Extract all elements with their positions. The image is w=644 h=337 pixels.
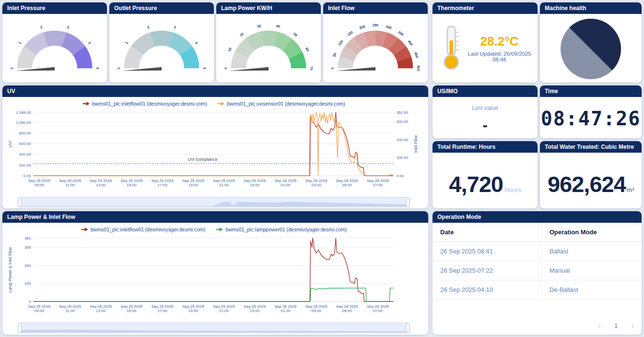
table-pagination: ‹ 1 ›	[598, 322, 634, 330]
gauge-card-title: Inlet Pressure	[2, 2, 107, 14]
column-header-operation-mode: Operation Mode	[541, 223, 642, 241]
thermometer-card: Thermometer 28.2°C Last Updated: 26/09/2…	[433, 2, 538, 83]
svg-text:Sep 25 202523:00: Sep 25 202523:00	[244, 179, 266, 187]
range-slider-left-handle[interactable]	[18, 323, 22, 333]
cell-date: 26 Sep 2025 04:10	[433, 280, 541, 299]
gauge-tick-label: 150	[347, 30, 354, 36]
cell-date: 26 Sep 2025 08:41	[433, 242, 541, 261]
svg-text:Sep 26 202505:00: Sep 26 202505:00	[336, 179, 358, 187]
total-runtime-value: 4,720	[449, 171, 503, 197]
svg-text:Sep 26 202505:00: Sep 26 202505:00	[336, 304, 358, 313]
thermometer-icon	[439, 24, 464, 72]
time-card: Time 08:47:26	[540, 85, 642, 138]
clock-value: 08:47:26	[540, 97, 642, 130]
svg-text:Sep 25 202511:00: Sep 25 202511:00	[59, 179, 81, 187]
range-slider-right-handle[interactable]	[406, 197, 410, 207]
lamp-power-legend: bwms01_plc:inletflow01 (desmivoyager.des…	[6, 225, 422, 234]
gauge-tick-label: 60	[304, 47, 310, 52]
svg-text:Sep 25 202519:00: Sep 25 202519:00	[182, 179, 204, 187]
total-runtime-card-title: Total Runtime: Hours	[433, 141, 538, 153]
svg-text:Sep 25 202523:00: Sep 25 202523:00	[244, 304, 266, 313]
gauge-card-lamp-power-kw-h: Lamp Power KW/H010203040506070	[216, 2, 321, 83]
gauge-tick-label: 50	[293, 31, 298, 37]
series-inletflow01	[34, 238, 394, 301]
uv-chart-card: UV bwms01_plc:inletflow01 (desmivoyager.…	[2, 85, 428, 208]
svg-text:600.00: 600.00	[19, 142, 31, 146]
uv-chart-range-slider[interactable]	[18, 196, 410, 208]
operation-mode-table: Date Operation Mode 26 Sep 2025 08:41Bal…	[433, 223, 642, 300]
us-imo-card-title: US/IMO	[433, 85, 538, 97]
svg-text:800.00: 800.00	[19, 131, 31, 135]
uvi-compliance-label: UVI Compliance	[187, 157, 217, 162]
svg-text:300.00: 300.00	[396, 120, 408, 124]
gauge-tick-label: 2	[147, 24, 150, 29]
operation-mode-card-title: Operation Mode	[433, 211, 642, 223]
gauge-tick-label: 3	[66, 24, 70, 29]
series-uvisensor01	[34, 112, 394, 176]
pagination-prev-icon[interactable]: ‹	[598, 322, 601, 330]
svg-text:Sep 26 202503:00: Sep 26 202503:00	[305, 304, 328, 313]
gauge-tick-label: 0	[223, 67, 228, 69]
lamp-power-chart-range-slider[interactable]	[18, 322, 410, 334]
gauge-tick-label: 400	[407, 39, 413, 46]
cell-date: 26 Sep 2025 07:22	[433, 261, 541, 280]
cell-operation-mode: Ballast	[541, 242, 642, 261]
svg-text:Sep 25 202519:00: Sep 25 202519:00	[182, 304, 204, 313]
gauge-tick-label: 5	[95, 67, 100, 69]
temperature-last-updated: Last Updated: 26/09/2025 08:46	[464, 51, 535, 62]
svg-text:100: 100	[24, 281, 31, 286]
range-slider-right-handle[interactable]	[406, 323, 410, 333]
svg-text:Sep 25 202515:00: Sep 25 202515:00	[121, 304, 143, 313]
us-imo-value: -	[433, 116, 538, 134]
lamp-power-card-title: Lamp Power & Inlet Flow	[2, 211, 428, 223]
legend-label: bwms01_plc:lamppower01 (desmivoyager.des…	[225, 227, 347, 232]
operation-mode-card: Operation Mode Date Operation Mode 26 Se…	[433, 211, 642, 335]
gauge-tick-label: 0	[10, 67, 14, 69]
total-water-value: 962,624	[548, 171, 626, 197]
legend-item[interactable]: bwms01_plc:inletflow01 (desmivoyager.des…	[82, 101, 207, 107]
legend-item[interactable]: bwms01_plc:uvisensor01 (desmivoyager.des…	[217, 101, 345, 107]
range-slider-left-handle[interactable]	[18, 197, 22, 207]
total-runtime-card: Total Runtime: Hours 4,720 Hours	[433, 141, 538, 208]
legend-label: bwms01_plc:inletflow01 (desmivoyager.des…	[91, 227, 205, 232]
svg-text:Sep 25 202513:00: Sep 25 202513:00	[90, 304, 112, 313]
gauge-card-outlet-pressure: Outlet Pressure012345	[109, 2, 214, 83]
svg-text:Sep 25 202509:00: Sep 25 202509:00	[28, 179, 50, 187]
legend-label: bwms01_plc:uvisensor01 (desmivoyager.des…	[227, 101, 345, 107]
svg-text:0.00: 0.00	[23, 174, 31, 178]
svg-text:Sep 25 202511:00: Sep 25 202511:00	[59, 304, 81, 313]
total-water-card-title: Total Water Treated: Cubic Metre	[540, 141, 642, 153]
legend-line-marker-icon	[81, 228, 88, 231]
pagination-current-page: 1	[614, 322, 618, 329]
total-water-card: Total Water Treated: Cubic Metre 962,624…	[540, 141, 642, 208]
time-card-title: Time	[540, 85, 642, 97]
legend-item[interactable]: bwms01_plc:lamppower01 (desmivoyager.des…	[216, 227, 347, 232]
gauge-card-title: Outlet Pressure	[109, 2, 214, 14]
svg-text:200.00: 200.00	[396, 138, 408, 142]
gauge-tick-label: 50	[332, 52, 337, 58]
svg-text:0.00: 0.00	[396, 174, 404, 178]
svg-text:Sep 25 202521:00: Sep 25 202521:00	[213, 179, 235, 187]
gauge-inlet-pressure: 012345	[8, 21, 102, 76]
svg-text:1,000.00: 1,000.00	[16, 120, 31, 125]
pagination-next-icon[interactable]: ›	[631, 322, 634, 330]
svg-text:Sep 26 202501:00: Sep 26 202501:00	[274, 304, 296, 313]
dashboard-page: { "cards": { "gauges": [ {"title":"Inlet…	[0, 0, 644, 337]
gauge-tick-label: 0	[330, 67, 335, 69]
gauge-tick-label: 500	[416, 65, 421, 71]
us-imo-last-value-label: Last value	[433, 97, 538, 111]
gauge-card-inlet-pressure: Inlet Pressure012345	[2, 2, 107, 83]
y-axis-title-right: Inlet Flow	[413, 135, 418, 153]
gauge-tick-label: 300	[385, 24, 392, 30]
us-imo-card: US/IMO Last value -	[433, 85, 538, 138]
gauge-card-title: Inlet Flow	[323, 2, 428, 14]
gauge-tick-label: 0	[117, 67, 121, 69]
lamp-power-line-chart: 0100200300351Sep 25 202509:00Sep 25 2025…	[6, 234, 422, 320]
uv-legend: bwms01_plc:inletflow01 (desmivoyager.des…	[6, 99, 422, 108]
svg-text:Sep 26 202507:00: Sep 26 202507:00	[367, 304, 389, 313]
svg-text:200: 200	[24, 264, 31, 268]
y-axis-title-left: Lamp Power & Inlet Flow	[8, 247, 12, 292]
svg-text:Sep 25 202515:00: Sep 25 202515:00	[121, 179, 143, 187]
gauge-tick-label: 40	[276, 24, 281, 29]
legend-item[interactable]: bwms01_plc:inletflow01 (desmivoyager.des…	[81, 227, 205, 232]
